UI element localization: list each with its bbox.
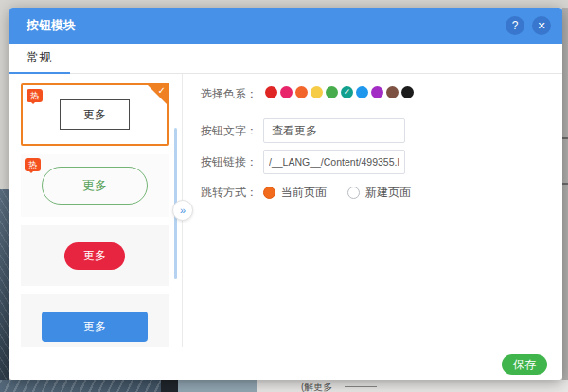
radio-unselected-icon [347, 187, 360, 199]
check-icon: ✓ [341, 86, 353, 98]
radio-selected-icon [263, 187, 275, 199]
check-icon: ✓ [158, 85, 166, 97]
radio-current-page-label: 当前页面 [281, 185, 327, 201]
background-content-strip: (解更多 [257, 380, 568, 392]
style-option-bordered-box[interactable]: 热 ✓ 更多 [21, 83, 169, 146]
scrollbar-mark [562, 137, 568, 139]
color-swatch[interactable] [295, 86, 308, 98]
dialog-title: 按钮模块 [27, 8, 76, 44]
jump-mode-options: 当前页面 新建页面 [263, 185, 411, 201]
color-scheme-label: 选择色系： [201, 87, 257, 101]
button-link-label: 按钮链接： [201, 155, 257, 169]
background-photo-edge [178, 380, 257, 392]
style-preview-panel: 热 ✓ 更多 热 更多 更多 更多 [9, 74, 183, 347]
radio-new-page-label: 新建页面 [365, 185, 411, 201]
dialog-body: 热 ✓ 更多 热 更多 更多 更多 » [9, 74, 562, 347]
button-link-input[interactable] [263, 150, 405, 174]
color-swatch[interactable] [311, 86, 323, 98]
color-swatch[interactable] [386, 86, 399, 98]
scrollbar-mark [562, 183, 568, 185]
close-icon[interactable]: ✕ [532, 16, 551, 35]
style-option-green-outline-pill[interactable]: 热 更多 [21, 154, 169, 217]
style-option-red-pill[interactable]: 更多 [21, 225, 169, 286]
button-preview: 更多 [42, 312, 148, 342]
color-swatch[interactable] [356, 86, 368, 98]
screen: (解更多 按钮模块 ? ✕ 常规 热 ✓ 更多 [0, 0, 568, 392]
background-photo-left [0, 189, 9, 392]
button-preview: 更多 [42, 167, 148, 205]
background-decorative-line [345, 386, 377, 387]
collapse-panel-icon[interactable]: » [172, 200, 193, 221]
radio-new-page[interactable]: 新建页面 [347, 185, 411, 201]
button-text-label: 按钮文字： [201, 124, 257, 138]
hot-badge: 热 [27, 89, 43, 102]
settings-form: 选择色系： ✓ 按钮文字： 按钮链接： 跳转方式： 当前 [184, 74, 562, 347]
color-swatch[interactable]: ✓ [341, 86, 353, 98]
color-swatch[interactable] [371, 86, 383, 98]
button-text-input[interactable] [263, 118, 405, 143]
tab-bar: 常规 [9, 44, 562, 74]
tab-general[interactable]: 常规 [9, 44, 70, 74]
color-swatch[interactable] [280, 86, 293, 98]
button-module-dialog: 按钮模块 ? ✕ 常规 热 ✓ 更多 热 更多 更多 [9, 8, 562, 380]
background-photo-bottom [0, 380, 161, 392]
hot-badge: 热 [25, 158, 41, 171]
button-preview: 更多 [60, 99, 130, 130]
style-option-blue-rect[interactable]: 更多 [21, 294, 169, 347]
jump-mode-label: 跳转方式： [201, 186, 257, 200]
help-icon[interactable]: ? [506, 16, 524, 35]
dialog-header: 按钮模块 ? ✕ [9, 8, 562, 44]
button-preview: 更多 [64, 242, 125, 270]
color-swatch[interactable] [265, 86, 277, 98]
radio-current-page[interactable]: 当前页面 [263, 185, 327, 201]
dialog-footer: 保存 [9, 347, 562, 380]
page-scrollbar[interactable] [562, 8, 568, 380]
save-button[interactable]: 保存 [502, 354, 547, 375]
color-swatch[interactable] [401, 86, 414, 98]
color-swatch[interactable] [326, 86, 338, 98]
background-dark-bar [161, 380, 178, 392]
background-partial-text: (解更多 [301, 381, 332, 392]
background-page-bottom: (解更多 [0, 380, 568, 392]
color-swatches: ✓ [265, 86, 414, 98]
